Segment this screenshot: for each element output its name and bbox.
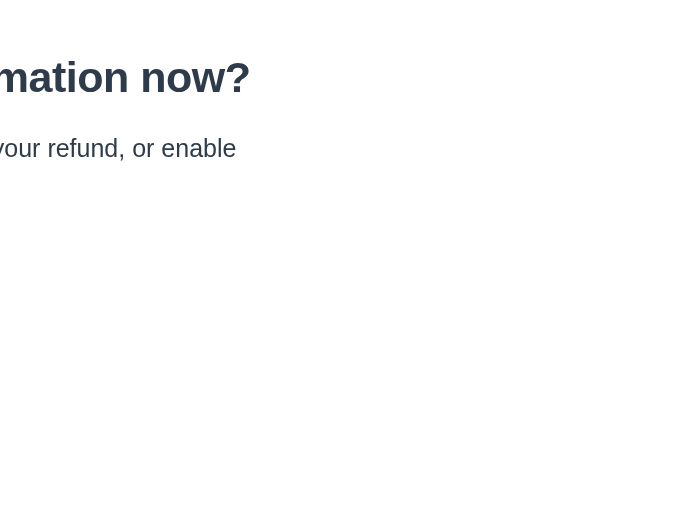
description-text: set up direct deposit for your refund, o… [0, 130, 700, 168]
text-content: account information now? set up direct d… [0, 52, 700, 167]
page-heading: account information now? [0, 52, 700, 104]
